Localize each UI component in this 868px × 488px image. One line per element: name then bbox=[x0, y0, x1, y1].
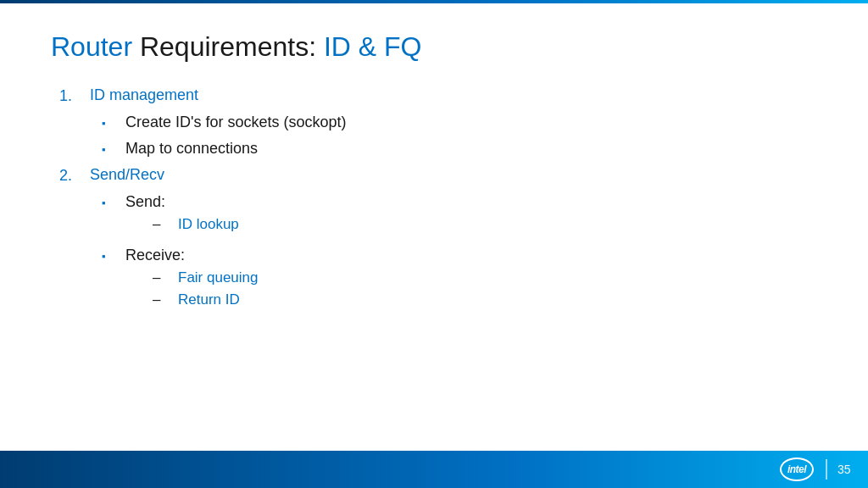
intel-logo-text: intel bbox=[787, 463, 806, 475]
slide-number: 35 bbox=[837, 463, 854, 476]
sub-item-id-lookup: – ID lookup bbox=[153, 216, 239, 233]
sub-item-return-id: – Return ID bbox=[153, 291, 259, 308]
receive-sub-items: – Fair queuing – Return ID bbox=[125, 269, 259, 308]
bullet-map-connections-text: Map to connections bbox=[125, 140, 258, 158]
bullet-send: ▪ Send: – ID lookup bbox=[102, 193, 817, 238]
sub-item-return-id-text: Return ID bbox=[178, 291, 240, 308]
content-area: 1. ID management ▪ Create ID's for socke… bbox=[51, 86, 817, 313]
bullet-icon-1: ▪ bbox=[102, 114, 120, 130]
bullet-send-text: Send: bbox=[125, 193, 165, 210]
sub-item-fair-queuing-text: Fair queuing bbox=[178, 269, 259, 286]
slide-title: Router Requirements: ID & FQ bbox=[51, 30, 817, 63]
footer-divider bbox=[826, 459, 827, 480]
intel-logo: intel bbox=[778, 457, 815, 482]
section-2-number: 2. bbox=[59, 166, 86, 185]
bullet-receive-text: Receive: bbox=[125, 247, 185, 263]
bullet-icon-3: ▪ bbox=[102, 193, 120, 209]
section-2-bullets: ▪ Send: – ID lookup ▪ Receive: bbox=[59, 193, 817, 313]
title-router: Router bbox=[51, 31, 132, 62]
section-2-header: 2. Send/Recv bbox=[59, 166, 817, 185]
section-1-bullets: ▪ Create ID's for sockets (sockopt) ▪ Ma… bbox=[59, 114, 817, 158]
bullet-create-ids-text: Create ID's for sockets (sockopt) bbox=[125, 114, 347, 131]
bullet-map-connections: ▪ Map to connections bbox=[102, 140, 817, 158]
dash-icon-1: – bbox=[153, 216, 171, 233]
sub-item-id-lookup-text: ID lookup bbox=[178, 216, 239, 233]
bullet-receive: ▪ Receive: – Fair queuing – Return ID bbox=[102, 247, 817, 313]
top-accent-bar bbox=[0, 0, 868, 3]
send-sub-items: – ID lookup bbox=[125, 216, 239, 233]
section-1-label: ID management bbox=[90, 86, 198, 104]
intel-logo-circle: intel bbox=[780, 458, 814, 481]
section-2-label: Send/Recv bbox=[90, 166, 164, 184]
title-highlight: ID & FQ bbox=[324, 31, 422, 62]
bullet-create-ids: ▪ Create ID's for sockets (sockopt) bbox=[102, 114, 817, 131]
dash-icon-2: – bbox=[153, 269, 171, 286]
footer-right: intel 35 bbox=[778, 457, 854, 482]
section-1-header: 1. ID management bbox=[59, 86, 817, 105]
section-1-number: 1. bbox=[59, 86, 86, 105]
title-requirements: Requirements: bbox=[132, 31, 324, 62]
bullet-icon-2: ▪ bbox=[102, 140, 120, 156]
dash-icon-3: – bbox=[153, 291, 171, 308]
slide: Router Requirements: ID & FQ 1. ID manag… bbox=[0, 0, 868, 488]
sub-item-fair-queuing: – Fair queuing bbox=[153, 269, 259, 286]
footer-bar: intel 35 bbox=[0, 451, 868, 488]
bullet-icon-4: ▪ bbox=[102, 247, 120, 263]
